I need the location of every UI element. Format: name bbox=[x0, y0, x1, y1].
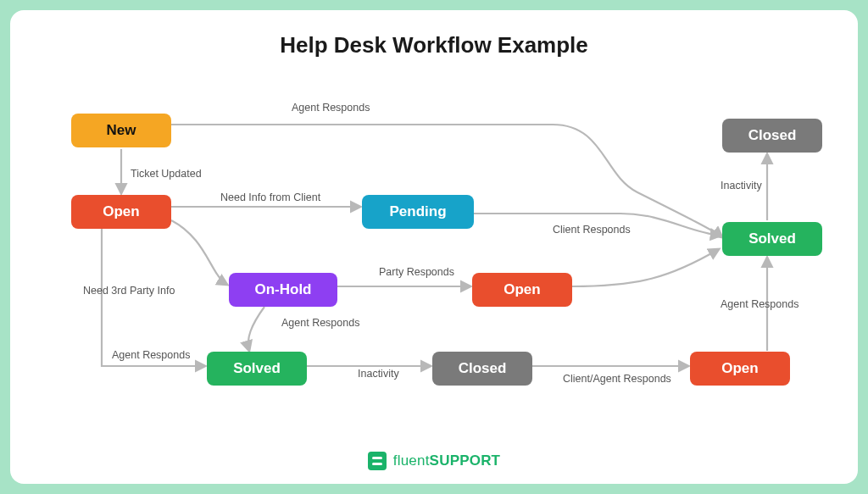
node-solved-2: Solved bbox=[722, 222, 822, 256]
node-pending: Pending bbox=[362, 195, 474, 229]
node-open-1: Open bbox=[71, 195, 171, 229]
logo-brand-light: fluent bbox=[393, 452, 430, 469]
edge-label: Need 3rd Party Info bbox=[83, 285, 175, 297]
edge-label: Agent Responds bbox=[281, 317, 359, 329]
logo-brand-bold: SUPPORT bbox=[430, 452, 501, 469]
edge-label: Ticket Updated bbox=[131, 168, 202, 180]
edge-label: Party Responds bbox=[379, 266, 454, 278]
node-new: New bbox=[71, 114, 171, 147]
edge-label: Client/Agent Responds bbox=[563, 373, 671, 385]
logo-text: fluentSUPPORT bbox=[393, 452, 500, 469]
node-closed-1: Closed bbox=[432, 352, 532, 386]
edge-label: Inactivity bbox=[358, 368, 399, 380]
logo-icon bbox=[368, 452, 387, 470]
diagram-frame: Help Desk Workflow Example bbox=[10, 10, 858, 484]
node-closed-2: Closed bbox=[722, 119, 822, 153]
edge-label: Agent Responds bbox=[721, 298, 798, 310]
node-open-2: Open bbox=[472, 273, 572, 307]
node-solved-1: Solved bbox=[207, 352, 307, 386]
edge-label: Client Responds bbox=[553, 224, 631, 236]
brand-logo: fluentSUPPORT bbox=[10, 452, 858, 470]
edge-label: Inactivity bbox=[721, 180, 762, 191]
edge-label: Need Info from Client bbox=[220, 191, 320, 203]
page-title: Help Desk Workflow Example bbox=[10, 32, 858, 58]
node-open-3: Open bbox=[690, 352, 790, 386]
node-onhold: On-Hold bbox=[229, 273, 337, 307]
edge-label: Agent Responds bbox=[112, 349, 190, 361]
edge-label: Agent Responds bbox=[292, 102, 370, 114]
